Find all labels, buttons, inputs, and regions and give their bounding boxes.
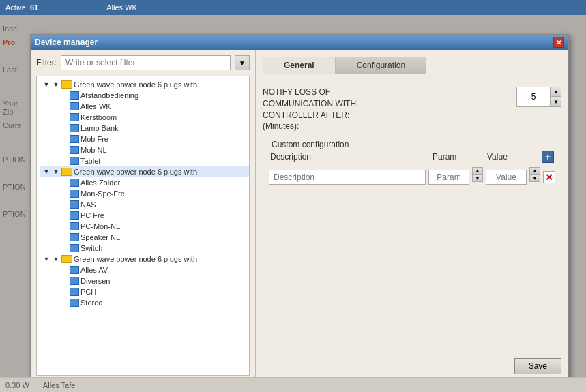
col-param-header: Param [433, 152, 487, 162]
notify-spinner-buttons: ▲ ▼ [551, 87, 561, 107]
device-icon [70, 124, 79, 132]
folder-icon-3 [61, 255, 72, 263]
item-label: Diversen [80, 277, 110, 285]
item-label: Alles WK [80, 102, 111, 110]
center-label: Alles WK [106, 3, 137, 12]
filter-dropdown-button[interactable]: ▼ [235, 55, 250, 70]
device-icon [70, 135, 79, 143]
save-button[interactable]: Save [514, 358, 561, 374]
tab-general[interactable]: General [263, 57, 336, 74]
device-icon [70, 299, 79, 307]
item-label: Mob NL [80, 146, 107, 154]
delete-row-button[interactable]: ✕ [543, 171, 555, 183]
tree-group-3: ▼ ▼ Green wave power node 6 plugs with A… [37, 254, 249, 308]
tree-container[interactable]: ▼ ▼ Green wave power node 6 plugs with A… [36, 76, 250, 376]
config-row-1: ▲ ▼ ▲ ▼ ✕ [269, 167, 555, 187]
tree-item-lamp-bank[interactable]: Lamp Bank [50, 123, 249, 134]
tree-item-tablet[interactable]: Tablet [50, 155, 249, 166]
tree-item-stereo[interactable]: Stereo [50, 297, 249, 308]
folder-expand-icon-1: ▼ [52, 80, 60, 89]
value-spinner-up[interactable]: ▲ [529, 167, 540, 175]
active-count: 61 [30, 3, 38, 12]
notify-section: NOTIFY LOSS OF COMMUNICATION WITH CONTRO… [263, 81, 561, 138]
device-icon [70, 266, 79, 274]
tree-item-mob-fre[interactable]: Mob Fre [50, 134, 249, 145]
tree-item-switch[interactable]: Switch [50, 243, 249, 254]
modal-body: Filter: ▼ ▼ ▼ [31, 50, 568, 381]
tree-group-header-1[interactable]: ▼ ▼ Green wave power node 6 plugs with [40, 79, 249, 90]
device-icon [70, 211, 79, 220]
tree-group-header-2[interactable]: ▼ ▼ Green wave power node 6 plugs with [40, 166, 249, 177]
tree-item-afstandbediening[interactable]: Afstandbediening [50, 90, 249, 101]
tree-item-speaker-nl[interactable]: Speaker NL [50, 232, 249, 243]
device-icon [70, 233, 79, 241]
tree-item-diversen[interactable]: Diversen [50, 275, 249, 286]
notify-value-input[interactable] [516, 87, 551, 107]
left-panel: Filter: ▼ ▼ ▼ [31, 50, 256, 381]
expand-icon-2: ▼ [42, 168, 50, 176]
device-manager-modal: Device manager ✕ Filter: ▼ [30, 34, 569, 382]
tree-item-alles-wk[interactable]: Alles WK [50, 101, 249, 112]
tree-item-alles-zolder[interactable]: Alles Zolder [50, 177, 249, 188]
tree-item-mob-nl[interactable]: Mob NL [50, 145, 249, 155]
group-label-2: Green wave power node 6 plugs with [74, 168, 197, 176]
item-label: Switch [80, 244, 102, 252]
device-icon [70, 113, 79, 121]
tab-configuration[interactable]: Configuration [336, 57, 426, 74]
item-label: Stereo [80, 299, 102, 307]
add-row-button[interactable]: + [542, 151, 554, 163]
spinner-down-button[interactable]: ▼ [551, 97, 561, 107]
modal-titlebar: Device manager ✕ [31, 35, 568, 50]
device-icon [70, 179, 79, 187]
item-label: Alles Zolder [80, 179, 120, 187]
item-label: Tablet [80, 157, 100, 165]
item-label: Alles AV [80, 266, 108, 274]
value-spinner-down[interactable]: ▼ [529, 175, 540, 182]
tree-item-pch[interactable]: PCH [50, 286, 249, 297]
active-label: Active [5, 3, 26, 12]
col-description-header: Description [270, 152, 433, 162]
folder-expand-icon-2: ▼ [52, 168, 60, 176]
item-label: Speaker NL [80, 233, 120, 241]
item-label: PC-Mon-NL [80, 222, 120, 230]
filter-label: Filter: [36, 58, 57, 67]
filter-row: Filter: ▼ [36, 55, 250, 70]
config-desc-input[interactable] [269, 170, 426, 185]
value-spinner-buttons: ▲ ▼ [529, 167, 540, 187]
item-label: Mon-Spe-Fre [80, 190, 125, 198]
tree-item-nas[interactable]: NAS [50, 199, 249, 210]
tabs-row: General Configuration [263, 57, 561, 74]
custom-config-section: Custom configuration Description Param V… [263, 145, 561, 348]
tree-item-pc-fre[interactable]: PC Fre [50, 210, 249, 221]
tree-item-kerstboom[interactable]: Kerstboom [50, 112, 249, 123]
expand-icon-1: ▼ [42, 80, 50, 89]
param-spinner-buttons: ▲ ▼ [472, 167, 483, 187]
item-label: Kerstboom [80, 113, 117, 121]
item-label: PC Fre [80, 211, 104, 220]
col-value-header: Value [487, 152, 542, 162]
item-label: NAS [80, 200, 96, 209]
filter-input[interactable] [61, 55, 231, 70]
tree-group-1: ▼ ▼ Green wave power node 6 plugs with A… [37, 79, 249, 166]
tree-subgroup-1: Afstandbediening Alles WK Kerstboom [40, 90, 249, 166]
config-param-input[interactable] [428, 170, 469, 185]
param-spinner-up[interactable]: ▲ [472, 167, 483, 175]
notify-spinner: ▲ ▼ [516, 87, 561, 107]
tree-item-mon-spe-fre[interactable]: Mon-Spe-Fre [50, 188, 249, 199]
right-panel: General Configuration NOTIFY LOSS OF COM… [256, 50, 568, 381]
custom-config-legend: Custom configuration [269, 140, 351, 149]
tree-subgroup-3: Alles AV Diversen PCH [40, 265, 249, 308]
tree-item-alles-av[interactable]: Alles AV [50, 265, 249, 275]
close-button[interactable]: ✕ [553, 37, 564, 48]
item-label: Mob Fre [80, 135, 108, 143]
modal-title: Device manager [35, 37, 98, 47]
folder-icon-2 [61, 168, 72, 176]
spinner-up-button[interactable]: ▲ [551, 87, 561, 97]
config-value-input[interactable] [486, 170, 527, 185]
tree-subgroup-2: Alles Zolder Mon-Spe-Fre NAS [40, 177, 249, 254]
tree-item-pc-mon-nl[interactable]: PC-Mon-NL [50, 221, 249, 232]
bottom-value: 0.30 W [5, 381, 29, 389]
param-spinner-down[interactable]: ▼ [472, 175, 483, 182]
tree-group-header-3[interactable]: ▼ ▼ Green wave power node 6 plugs with [40, 254, 249, 265]
bottom-label: Alles Tafe [43, 381, 76, 389]
